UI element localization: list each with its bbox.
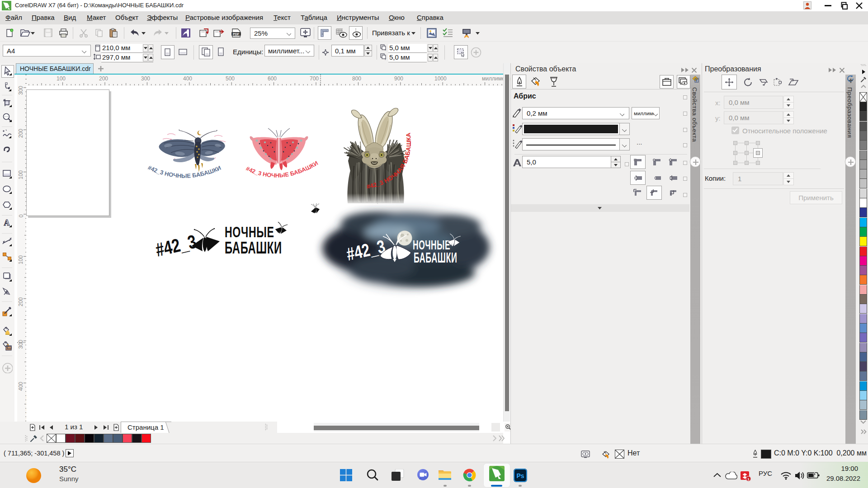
svg-text:БАБАШКИ: БАБАШКИ <box>414 250 457 265</box>
svg-text:НОЧНЫЕ: НОЧНЫЕ <box>225 224 274 240</box>
svg-text:PDF: PDF <box>233 33 240 36</box>
svg-text:#42_3 НОЧНЫЕ БАБАШКИ: #42_3 НОЧНЫЕ БАБАШКИ <box>147 164 222 179</box>
svg-text:БАБАШКИ: БАБАШКИ <box>225 239 282 257</box>
svg-text:Ps: Ps <box>516 472 524 479</box>
svg-text:#42_3: #42_3 <box>153 231 198 261</box>
svg-text:1: 1 <box>747 477 750 481</box>
svg-text:x: x <box>385 48 386 51</box>
svg-text:y: y <box>385 57 386 60</box>
svg-text:A: A <box>4 218 10 227</box>
